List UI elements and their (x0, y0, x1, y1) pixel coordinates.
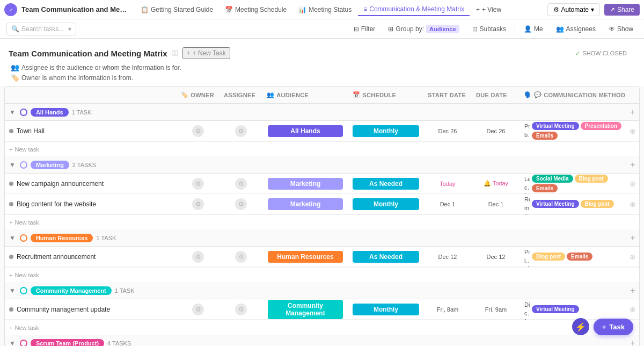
group-by-button[interactable]: ⊞ Group by: Audience (384, 23, 463, 35)
task-status-dot (9, 307, 13, 312)
comm-methods-cell: Virtual MeetingPresentationEmails (530, 121, 626, 141)
add-task-button[interactable]: + New task (9, 325, 39, 331)
divider (515, 25, 515, 33)
task-name-cell: Town Hall (5, 127, 177, 135)
add-task-fab[interactable]: + Task (594, 319, 633, 335)
subtasks-icon: ⊡ (472, 25, 478, 33)
assignee-cell: ⚙ (219, 178, 262, 190)
assignees-button[interactable]: 👥 Assignees (552, 23, 600, 35)
audience-cell: Marketing (262, 178, 348, 190)
eye-icon: 👁 (609, 25, 615, 33)
toolbar: 🔍 Search tasks... ▾ ⊟ Filter ⊞ Group by:… (0, 19, 644, 39)
audience-badge: Community Management (268, 300, 343, 319)
filter-button[interactable]: ⊟ Filter (349, 23, 380, 35)
add-view-btn[interactable]: + + View (471, 4, 507, 16)
fab-icon-btn[interactable]: ⚡ (572, 318, 589, 335)
goals-col-icon: 🗣️ (524, 91, 530, 98)
more-icon[interactable]: ⊕ (630, 253, 636, 261)
task-name-label[interactable]: Town Hall (17, 127, 45, 135)
show-closed-toggle[interactable]: ✓ SHOW CLOSED (567, 48, 635, 59)
share-label: Share (617, 6, 634, 13)
info-icon[interactable]: ⓘ (172, 49, 178, 58)
more-icon[interactable]: ⊕ (630, 200, 636, 208)
comm-method-tag: Blog post (575, 175, 608, 183)
tab-icon: ≡ (363, 5, 367, 13)
task-name-label[interactable]: New campaign announcement (17, 180, 104, 188)
group-add-icon[interactable]: + (626, 233, 639, 243)
new-task-label: + New Task (193, 49, 226, 57)
group-add-icon[interactable]: + (626, 107, 639, 117)
col-owner: 🏷️ OWNER (177, 91, 219, 98)
automate-button[interactable]: ⚙ Automate ▾ (547, 3, 600, 16)
group-row-all-hands: ▼All Hands1 TASK+ (5, 104, 639, 121)
subtasks-button[interactable]: ⊡ Subtasks (468, 23, 510, 35)
goals-cell: Review metrics. Create strategy to impro… (520, 193, 530, 214)
group-toggle-icon[interactable]: ▼ (9, 161, 16, 169)
svg-text:✓: ✓ (9, 7, 13, 12)
table-wrap: 🏷️ OWNER ASSIGNEE 👥 AUDIENCE 📅 SCHEDULE … (4, 86, 640, 346)
add-task-button[interactable]: + New task (9, 146, 39, 153)
tab-meeting-schedule[interactable]: 📅 Meeting Schedule (219, 4, 292, 16)
more-icon[interactable]: ⊕ (630, 179, 636, 188)
task-name-label[interactable]: Blog content for the website (17, 200, 96, 208)
show-button[interactable]: 👁 Show (604, 23, 638, 35)
assignee-emoji: 👥 (11, 63, 19, 71)
automate-icon: ⚙ (553, 6, 559, 13)
tab-label: Getting Started Guide (151, 6, 213, 13)
main-content: Team Communication and Meeting Matrix ⓘ … (0, 39, 644, 346)
fab-label: Task (609, 323, 625, 331)
search-placeholder: Search tasks... (21, 25, 64, 33)
subtasks-label: Subtasks (480, 25, 506, 33)
group-toggle-icon[interactable]: ▼ (9, 234, 16, 242)
group-toggle-icon[interactable]: ▼ (9, 340, 16, 347)
audience-cell: Marketing (262, 198, 348, 210)
group-toggle-icon[interactable]: ▼ (9, 287, 16, 294)
assignee-cell: ⚙ (219, 251, 262, 263)
share-button[interactable]: ↗ Share (604, 4, 640, 16)
add-task-button[interactable]: + New task (9, 219, 39, 226)
person-icon: ⚙ (195, 253, 201, 261)
add-task-row: + New task (5, 214, 639, 229)
show-closed-label: SHOW CLOSED (582, 50, 627, 56)
view-label: + View (482, 6, 501, 13)
col-comm-method: 💬 COMMUNICATION METHOD (530, 91, 626, 98)
row-actions-cell: ⊕ (626, 127, 639, 135)
due-date-text: Dec 12 (487, 254, 506, 260)
comm-method-tag: Blog post (581, 200, 614, 208)
audience-badge: Marketing (268, 178, 343, 190)
search-icon: 🔍 (11, 25, 19, 33)
owner-avatar: ⚙ (192, 304, 204, 315)
tab-icon: 📊 (298, 6, 306, 13)
new-task-button[interactable]: + + New Task (182, 47, 230, 59)
assignee-cell: ⚙ (219, 304, 262, 315)
person-icon: ⚙ (195, 180, 201, 188)
more-icon[interactable]: ⊕ (630, 305, 636, 314)
tab-meeting-status[interactable]: 📊 Meeting Status (293, 4, 357, 16)
task-name-label[interactable]: Community management update (17, 306, 110, 313)
task-name-label[interactable]: Recruitment announcement (17, 253, 96, 261)
group-row-community-management: ▼Community Management1 TASK+ (5, 282, 639, 299)
group-add-icon[interactable]: + (626, 160, 639, 170)
group-add-icon[interactable]: + (626, 286, 639, 295)
tab-getting-started[interactable]: 📋 Getting Started Guide (135, 4, 218, 16)
owner-col-icon: 🏷️ (181, 91, 188, 98)
audience-badge: Human Resources (268, 251, 343, 263)
legend: 👥 Assignee is the audience or whom the i… (9, 63, 635, 82)
assignee-avatar: ⚙ (235, 125, 247, 137)
top-bar: ✓ Team Communication and Meeting Ma... 📋… (0, 0, 644, 19)
schedule-badge: Monthly (353, 125, 419, 137)
comm-col-label: COMMUNICATION METHOD (544, 92, 625, 98)
more-icon[interactable]: ⊕ (630, 127, 636, 135)
search-input[interactable]: 🔍 Search tasks... ▾ (6, 23, 76, 35)
group-toggle-icon[interactable]: ▼ (9, 109, 16, 116)
audience-badge: All Hands (268, 125, 343, 137)
comm-method-tag: Social Media (532, 175, 573, 183)
me-button[interactable]: 👤 Me (519, 23, 547, 35)
tab-comm-matrix[interactable]: ≡ Communication & Meeting Matrix (358, 3, 470, 16)
group-add-icon[interactable]: + (626, 338, 639, 347)
col-schedule: 📅 SCHEDULE (348, 91, 423, 98)
task-name-cell: Recruitment announcement (5, 253, 177, 261)
task-status-dot (9, 202, 13, 206)
group-label-all-hands: ▼All Hands1 TASK (5, 108, 177, 117)
add-task-button[interactable]: + New task (9, 272, 39, 278)
